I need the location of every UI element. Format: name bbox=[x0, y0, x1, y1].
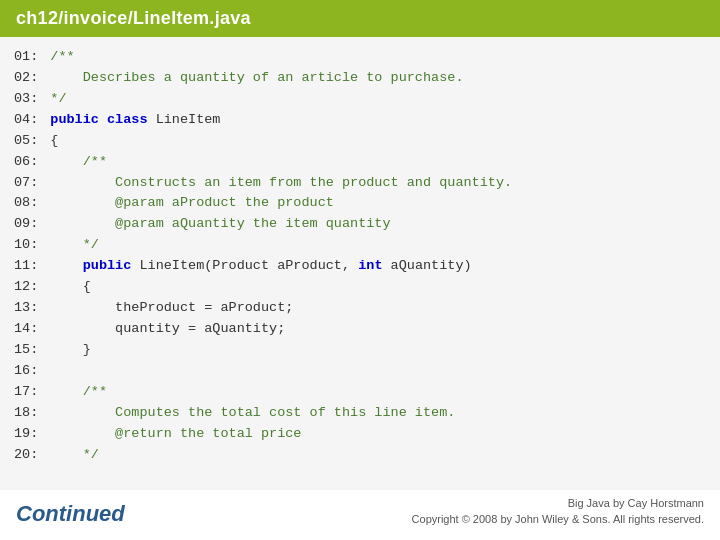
continued-label: Continued bbox=[16, 501, 125, 527]
page-title: ch12/invoice/LineItem.java bbox=[16, 8, 251, 28]
line-number: 20: bbox=[10, 445, 46, 466]
table-row: 12: { bbox=[10, 277, 720, 298]
line-code: @param aProduct the product bbox=[46, 193, 720, 214]
line-code: /** bbox=[46, 382, 720, 403]
line-number: 05: bbox=[10, 131, 46, 152]
table-row: 10: */ bbox=[10, 235, 720, 256]
line-number: 10: bbox=[10, 235, 46, 256]
line-code: Constructs an item from the product and … bbox=[46, 173, 720, 194]
table-row: 08: @param aProduct the product bbox=[10, 193, 720, 214]
line-code: /** bbox=[46, 152, 720, 173]
line-code: Describes a quantity of an article to pu… bbox=[46, 68, 720, 89]
line-number: 04: bbox=[10, 110, 46, 131]
line-number: 07: bbox=[10, 173, 46, 194]
line-number: 15: bbox=[10, 340, 46, 361]
line-code: */ bbox=[46, 235, 720, 256]
line-number: 17: bbox=[10, 382, 46, 403]
line-number: 19: bbox=[10, 424, 46, 445]
line-code: */ bbox=[46, 89, 720, 110]
line-code: theProduct = aProduct; bbox=[46, 298, 720, 319]
table-row: 16: bbox=[10, 361, 720, 382]
copyright-line1: Big Java by Cay Horstmann bbox=[412, 496, 704, 511]
table-row: 11: public LineItem(Product aProduct, in… bbox=[10, 256, 720, 277]
table-row: 14: quantity = aQuantity; bbox=[10, 319, 720, 340]
copyright: Big Java by Cay Horstmann Copyright © 20… bbox=[412, 496, 704, 527]
line-code: { bbox=[46, 277, 720, 298]
line-number: 18: bbox=[10, 403, 46, 424]
table-row: 17: /** bbox=[10, 382, 720, 403]
line-code: /** bbox=[46, 47, 720, 68]
line-code: */ bbox=[46, 445, 720, 466]
table-row: 05:{ bbox=[10, 131, 720, 152]
table-row: 18: Computes the total cost of this line… bbox=[10, 403, 720, 424]
line-code: quantity = aQuantity; bbox=[46, 319, 720, 340]
line-number: 16: bbox=[10, 361, 46, 382]
line-number: 08: bbox=[10, 193, 46, 214]
table-row: 13: theProduct = aProduct; bbox=[10, 298, 720, 319]
line-code bbox=[46, 361, 720, 382]
table-row: 19: @return the total price bbox=[10, 424, 720, 445]
footer: Continued Big Java by Cay Horstmann Copy… bbox=[0, 490, 720, 535]
line-number: 13: bbox=[10, 298, 46, 319]
line-number: 09: bbox=[10, 214, 46, 235]
line-code: public class LineItem bbox=[46, 110, 720, 131]
copyright-line2: Copyright © 2008 by John Wiley & Sons. A… bbox=[412, 512, 704, 527]
line-code: @return the total price bbox=[46, 424, 720, 445]
table-row: 03:*/ bbox=[10, 89, 720, 110]
code-table: 01:/**02: Describes a quantity of an art… bbox=[10, 47, 720, 465]
table-row: 09: @param aQuantity the item quantity bbox=[10, 214, 720, 235]
line-code: @param aQuantity the item quantity bbox=[46, 214, 720, 235]
line-number: 14: bbox=[10, 319, 46, 340]
line-code: { bbox=[46, 131, 720, 152]
table-row: 02: Describes a quantity of an article t… bbox=[10, 68, 720, 89]
line-code: public LineItem(Product aProduct, int aQ… bbox=[46, 256, 720, 277]
title-bar: ch12/invoice/LineItem.java bbox=[0, 0, 720, 37]
line-number: 12: bbox=[10, 277, 46, 298]
line-number: 11: bbox=[10, 256, 46, 277]
line-number: 01: bbox=[10, 47, 46, 68]
line-code: Computes the total cost of this line ite… bbox=[46, 403, 720, 424]
line-code: } bbox=[46, 340, 720, 361]
code-area: 01:/**02: Describes a quantity of an art… bbox=[0, 37, 720, 490]
table-row: 15: } bbox=[10, 340, 720, 361]
line-number: 02: bbox=[10, 68, 46, 89]
table-row: 04:public class LineItem bbox=[10, 110, 720, 131]
line-number: 06: bbox=[10, 152, 46, 173]
table-row: 20: */ bbox=[10, 445, 720, 466]
line-number: 03: bbox=[10, 89, 46, 110]
table-row: 07: Constructs an item from the product … bbox=[10, 173, 720, 194]
table-row: 06: /** bbox=[10, 152, 720, 173]
table-row: 01:/** bbox=[10, 47, 720, 68]
